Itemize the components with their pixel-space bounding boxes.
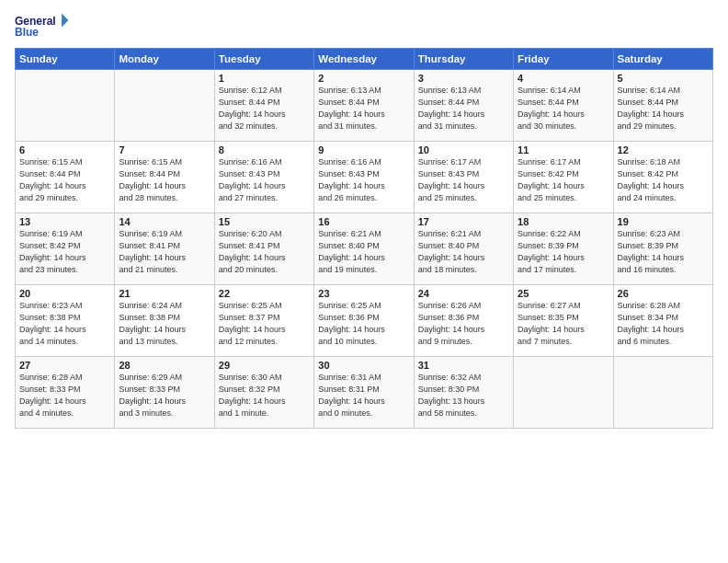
header-sunday: Sunday [16,49,115,70]
day-detail: Sunrise: 6:24 AM Sunset: 8:38 PM Dayligh… [119,300,210,348]
day-detail: Sunrise: 6:23 AM Sunset: 8:39 PM Dayligh… [618,228,709,276]
day-detail: Sunrise: 6:19 AM Sunset: 8:42 PM Dayligh… [19,228,110,276]
calendar-cell: 27Sunrise: 6:28 AM Sunset: 8:33 PM Dayli… [16,357,115,429]
day-number: 18 [518,216,609,227]
calendar-cell: 12Sunrise: 6:18 AM Sunset: 8:42 PM Dayli… [613,142,712,213]
calendar-cell: 1Sunrise: 6:12 AM Sunset: 8:44 PM Daylig… [214,70,313,142]
calendar-cell: 8Sunrise: 6:16 AM Sunset: 8:43 PM Daylig… [214,142,313,213]
day-detail: Sunrise: 6:25 AM Sunset: 8:37 PM Dayligh… [219,300,310,348]
calendar-cell: 21Sunrise: 6:24 AM Sunset: 8:38 PM Dayli… [115,285,214,357]
day-number: 10 [418,144,509,155]
svg-marker-2 [62,14,69,28]
header-tuesday: Tuesday [214,49,313,70]
calendar-cell [613,357,712,429]
day-detail: Sunrise: 6:28 AM Sunset: 8:33 PM Dayligh… [19,372,110,419]
day-detail: Sunrise: 6:25 AM Sunset: 8:36 PM Dayligh… [318,300,409,348]
calendar-cell: 29Sunrise: 6:30 AM Sunset: 8:32 PM Dayli… [214,357,313,429]
header-saturday: Saturday [613,49,712,70]
calendar-cell: 2Sunrise: 6:13 AM Sunset: 8:44 PM Daylig… [314,70,414,142]
day-detail: Sunrise: 6:14 AM Sunset: 8:44 PM Dayligh… [518,85,609,132]
header-wednesday: Wednesday [314,49,414,70]
day-detail: Sunrise: 6:18 AM Sunset: 8:42 PM Dayligh… [618,156,709,204]
calendar-cell: 28Sunrise: 6:29 AM Sunset: 8:33 PM Dayli… [115,357,214,429]
calendar-header-row: SundayMondayTuesdayWednesdayThursdayFrid… [16,49,713,70]
day-number: 5 [618,73,709,84]
day-detail: Sunrise: 6:15 AM Sunset: 8:44 PM Dayligh… [19,156,110,204]
day-detail: Sunrise: 6:28 AM Sunset: 8:34 PM Dayligh… [618,300,709,348]
calendar-cell: 31Sunrise: 6:32 AM Sunset: 8:30 PM Dayli… [414,357,513,429]
calendar-cell [16,70,115,142]
calendar-week-3: 13Sunrise: 6:19 AM Sunset: 8:42 PM Dayli… [16,213,713,285]
calendar-week-2: 6Sunrise: 6:15 AM Sunset: 8:44 PM Daylig… [16,142,713,213]
day-number: 15 [219,216,310,227]
day-detail: Sunrise: 6:13 AM Sunset: 8:44 PM Dayligh… [418,85,509,132]
header-monday: Monday [115,49,214,70]
day-detail: Sunrise: 6:31 AM Sunset: 8:31 PM Dayligh… [318,372,409,419]
calendar-cell: 30Sunrise: 6:31 AM Sunset: 8:31 PM Dayli… [314,357,414,429]
day-number: 31 [418,360,509,371]
day-number: 22 [219,288,310,299]
day-number: 21 [119,288,210,299]
day-number: 6 [19,144,110,155]
calendar-cell: 11Sunrise: 6:17 AM Sunset: 8:42 PM Dayli… [514,142,613,213]
day-detail: Sunrise: 6:19 AM Sunset: 8:41 PM Dayligh… [119,228,210,276]
calendar-cell: 9Sunrise: 6:16 AM Sunset: 8:43 PM Daylig… [314,142,414,213]
day-detail: Sunrise: 6:27 AM Sunset: 8:35 PM Dayligh… [518,300,609,348]
day-number: 26 [618,288,709,299]
calendar-cell: 19Sunrise: 6:23 AM Sunset: 8:39 PM Dayli… [613,213,712,285]
day-number: 20 [19,288,110,299]
calendar-cell: 15Sunrise: 6:20 AM Sunset: 8:41 PM Dayli… [214,213,313,285]
calendar-week-1: 1Sunrise: 6:12 AM Sunset: 8:44 PM Daylig… [16,70,713,142]
day-detail: Sunrise: 6:21 AM Sunset: 8:40 PM Dayligh… [318,228,409,276]
calendar-cell: 26Sunrise: 6:28 AM Sunset: 8:34 PM Dayli… [613,285,712,357]
day-detail: Sunrise: 6:13 AM Sunset: 8:44 PM Dayligh… [318,85,409,132]
day-detail: Sunrise: 6:30 AM Sunset: 8:32 PM Dayligh… [219,372,310,419]
svg-text:Blue: Blue [15,26,39,39]
day-number: 17 [418,216,509,227]
day-detail: Sunrise: 6:16 AM Sunset: 8:43 PM Dayligh… [219,156,310,204]
day-number: 9 [318,144,409,155]
day-number: 19 [618,216,709,227]
logo-svg: General Blue [15,9,70,42]
calendar-cell: 25Sunrise: 6:27 AM Sunset: 8:35 PM Dayli… [514,285,613,357]
calendar-cell: 7Sunrise: 6:15 AM Sunset: 8:44 PM Daylig… [115,142,214,213]
calendar-cell: 22Sunrise: 6:25 AM Sunset: 8:37 PM Dayli… [214,285,313,357]
day-number: 4 [518,73,609,84]
calendar-cell: 23Sunrise: 6:25 AM Sunset: 8:36 PM Dayli… [314,285,414,357]
day-number: 8 [219,144,310,155]
day-number: 13 [19,216,110,227]
day-detail: Sunrise: 6:23 AM Sunset: 8:38 PM Dayligh… [19,300,110,348]
calendar-cell: 4Sunrise: 6:14 AM Sunset: 8:44 PM Daylig… [514,70,613,142]
day-number: 7 [119,144,210,155]
day-detail: Sunrise: 6:16 AM Sunset: 8:43 PM Dayligh… [318,156,409,204]
day-number: 25 [518,288,609,299]
header: General Blue [15,9,713,42]
day-number: 29 [219,360,310,371]
calendar-cell: 20Sunrise: 6:23 AM Sunset: 8:38 PM Dayli… [16,285,115,357]
day-detail: Sunrise: 6:12 AM Sunset: 8:44 PM Dayligh… [219,85,310,132]
calendar-cell: 6Sunrise: 6:15 AM Sunset: 8:44 PM Daylig… [16,142,115,213]
day-number: 28 [119,360,210,371]
calendar-week-5: 27Sunrise: 6:28 AM Sunset: 8:33 PM Dayli… [16,357,713,429]
day-number: 11 [518,144,609,155]
day-number: 27 [19,360,110,371]
day-detail: Sunrise: 6:20 AM Sunset: 8:41 PM Dayligh… [219,228,310,276]
day-detail: Sunrise: 6:22 AM Sunset: 8:39 PM Dayligh… [518,228,609,276]
day-detail: Sunrise: 6:17 AM Sunset: 8:42 PM Dayligh… [518,156,609,204]
day-detail: Sunrise: 6:29 AM Sunset: 8:33 PM Dayligh… [119,372,210,419]
calendar-cell: 24Sunrise: 6:26 AM Sunset: 8:36 PM Dayli… [414,285,513,357]
calendar-cell: 10Sunrise: 6:17 AM Sunset: 8:43 PM Dayli… [414,142,513,213]
day-number: 23 [318,288,409,299]
header-friday: Friday [514,49,613,70]
day-number: 12 [618,144,709,155]
calendar-cell: 13Sunrise: 6:19 AM Sunset: 8:42 PM Dayli… [16,213,115,285]
header-thursday: Thursday [414,49,513,70]
day-detail: Sunrise: 6:26 AM Sunset: 8:36 PM Dayligh… [418,300,509,348]
day-number: 16 [318,216,409,227]
calendar-cell [514,357,613,429]
day-number: 3 [418,73,509,84]
calendar-week-4: 20Sunrise: 6:23 AM Sunset: 8:38 PM Dayli… [16,285,713,357]
svg-text:General: General [15,15,56,28]
calendar-cell: 14Sunrise: 6:19 AM Sunset: 8:41 PM Dayli… [115,213,214,285]
day-number: 2 [318,73,409,84]
